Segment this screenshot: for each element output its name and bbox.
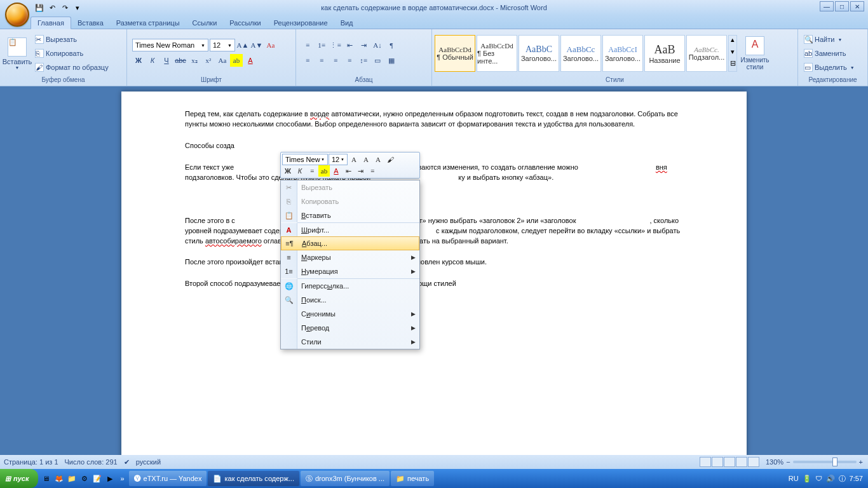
tab-review[interactable]: Рецензирование (268, 17, 334, 29)
ctx-paragraph[interactable]: ≡¶Абзац... (281, 236, 419, 250)
mini-highlight-icon[interactable]: ab (318, 165, 330, 177)
tray-icon[interactable]: ⓘ (839, 474, 846, 484)
ql-icon[interactable]: ▶ (104, 471, 116, 485)
para-3[interactable]: Если текст ужене подразумеваются изменен… (185, 163, 683, 183)
line-spacing-icon[interactable]: ↕≡ (357, 54, 370, 67)
multilevel-icon[interactable]: ⋮≡ (329, 39, 342, 51)
bullets-icon[interactable]: ≡ (301, 39, 314, 51)
superscript-icon[interactable]: x² (202, 54, 215, 67)
tray-time[interactable]: 7:57 (850, 475, 863, 482)
status-proofing-icon[interactable]: ✔ (124, 458, 130, 466)
ctx-styles[interactable]: Стили▶ (281, 335, 419, 349)
decrease-indent-icon[interactable]: ⇤ (343, 39, 356, 51)
align-center-icon[interactable]: ≡ (315, 54, 328, 67)
tray-icon[interactable]: 🛡 (815, 475, 822, 482)
mini-styles-icon[interactable]: A (372, 154, 384, 165)
borders-icon[interactable]: ▦ (385, 54, 398, 67)
mini-center-icon[interactable]: ≡ (306, 165, 318, 177)
style-subtitle[interactable]: AaBbCc.Подзагол... (686, 35, 727, 72)
mini-bold-icon[interactable]: Ж (282, 165, 294, 177)
find-button[interactable]: 🔍Найти▼ (802, 33, 857, 46)
format-painter-button[interactable]: 🖌Формат по образцу (33, 61, 111, 74)
font-color-icon[interactable]: A (244, 54, 257, 67)
show-marks-icon[interactable]: ¶ (385, 39, 398, 51)
tray-lang[interactable]: RU (789, 475, 799, 482)
clear-formatting-icon[interactable]: Aa (264, 39, 277, 51)
view-print-icon[interactable] (700, 457, 711, 467)
zoom-in-icon[interactable]: + (859, 458, 863, 466)
style-heading1[interactable]: AaBbCЗаголово... (519, 35, 559, 72)
view-web-icon[interactable] (724, 457, 735, 467)
shading-icon[interactable]: ▭ (371, 54, 384, 67)
copy-button[interactable]: ⎘Копировать (33, 47, 111, 60)
view-draft-icon[interactable] (748, 457, 759, 467)
document-text[interactable]: Перед тем, как сделать содержание в ворд… (185, 109, 683, 289)
tab-view[interactable]: Вид (334, 17, 360, 29)
tray-icon[interactable]: 🔋 (803, 475, 811, 483)
ctx-bullets[interactable]: ≡Маркеры▶ (281, 250, 419, 264)
mini-bullets-icon[interactable]: ≡ (367, 165, 378, 177)
style-heading3[interactable]: AaBbCcIЗаголово... (602, 35, 643, 72)
replace-button[interactable]: abЗаменить (802, 47, 857, 60)
para-6[interactable]: Второй способ подразумевает изменение ст… (185, 279, 683, 289)
justify-icon[interactable]: ≡ (343, 54, 356, 67)
zoom-slider[interactable] (793, 461, 857, 463)
numbering-icon[interactable]: 1≡ (315, 39, 328, 51)
style-title[interactable]: AaBНазвание (644, 35, 685, 72)
font-name-combo[interactable]: Times New Roman▼ (132, 39, 208, 51)
align-left-icon[interactable]: ≡ (301, 54, 314, 67)
underline-icon[interactable]: Ч (160, 54, 173, 67)
paste-button[interactable]: 📋 Вставить ▼ (3, 32, 32, 75)
highlight-icon[interactable]: ab (230, 54, 243, 67)
para-2[interactable]: Способы созда (185, 141, 683, 151)
tab-home[interactable]: Главная (31, 17, 71, 29)
align-right-icon[interactable]: ≡ (329, 54, 342, 67)
tab-mailings[interactable]: Рассылки (223, 17, 267, 29)
close-button[interactable]: ✕ (850, 1, 864, 11)
shrink-font-icon[interactable]: A▼ (250, 39, 263, 51)
status-words[interactable]: Число слов: 291 (65, 458, 118, 466)
qat-dropdown-icon[interactable]: ▾ (72, 3, 83, 13)
increase-indent-icon[interactable]: ⇥ (357, 39, 370, 51)
start-button[interactable]: ⊞пуск (0, 469, 38, 488)
ql-chevron-icon[interactable]: » (117, 471, 128, 485)
mini-size-combo[interactable]: 12▼ (329, 154, 348, 165)
sort-icon[interactable]: A↓ (371, 39, 384, 51)
redo-icon[interactable]: ↷ (60, 3, 70, 13)
ctx-lookup[interactable]: 🔍Поиск... (281, 293, 419, 307)
cut-button[interactable]: ✂Вырезать (33, 33, 111, 46)
status-language[interactable]: русский (136, 458, 161, 466)
document-page[interactable]: Перед тем, как сделать содержание в ворд… (121, 92, 747, 455)
ctx-copy[interactable]: ⎘Копировать (281, 194, 419, 208)
mini-color-icon[interactable]: A (330, 165, 342, 177)
minimize-button[interactable]: — (820, 1, 834, 11)
view-fullscreen-icon[interactable] (712, 457, 723, 467)
tray-icon[interactable]: 🔊 (826, 475, 835, 483)
mini-font-combo[interactable]: Times New▼ (282, 154, 328, 165)
ql-icon[interactable]: ⚙ (79, 471, 90, 485)
ctx-font[interactable]: AШрифт... (281, 223, 419, 237)
para-5[interactable]: После этого произойдет вставка содержани… (185, 257, 683, 268)
para-4[interactable]: После этого в с«основной текст» нужно вы… (185, 216, 683, 247)
style-normal[interactable]: AaBbCcDd¶ Обычный (435, 35, 475, 72)
para-1[interactable]: Перед тем, как сделать содержание в ворд… (185, 109, 683, 130)
style-heading2[interactable]: AaBbCcЗаголово... (560, 35, 601, 72)
office-button[interactable] (5, 3, 29, 27)
task-skype[interactable]: Ⓢdronx3m (Бунчиков ... (301, 471, 390, 486)
strike-icon[interactable]: abc (174, 54, 187, 67)
grow-font-icon[interactable]: A▲ (236, 39, 249, 51)
font-size-combo[interactable]: 12▼ (210, 39, 235, 51)
maximize-button[interactable]: □ (835, 1, 849, 11)
select-button[interactable]: ▭Выделить▼ (802, 61, 857, 74)
view-outline-icon[interactable] (736, 457, 747, 467)
mini-grow-icon[interactable]: A (348, 154, 360, 165)
ql-icon[interactable]: 🦊 (53, 471, 65, 485)
mini-indent-inc-icon[interactable]: ⇥ (355, 165, 366, 177)
ql-icon[interactable]: 📝 (92, 471, 103, 485)
zoom-out-icon[interactable]: − (786, 458, 790, 466)
bold-icon[interactable]: Ж (132, 54, 145, 67)
ql-icon[interactable]: 📁 (66, 471, 78, 485)
zoom-value[interactable]: 130% (766, 458, 783, 466)
tab-insert[interactable]: Вставка (71, 17, 110, 29)
style-no-spacing[interactable]: AaBbCcDd¶ Без инте... (477, 35, 517, 72)
